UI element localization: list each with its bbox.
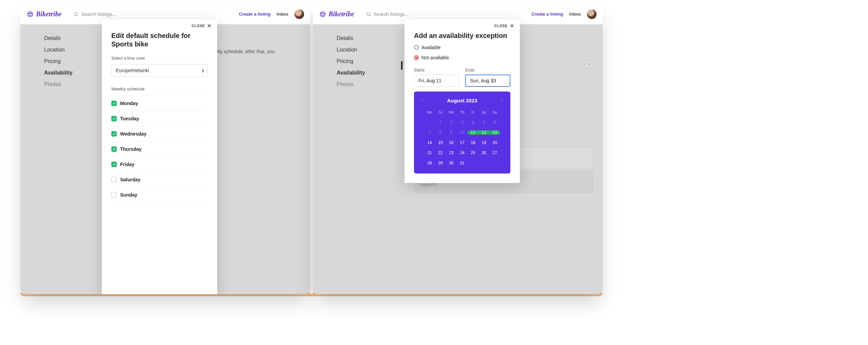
next-button[interactable]: › [585, 60, 593, 68]
calendar-day[interactable]: 5 [478, 120, 489, 125]
day-row-wednesday[interactable]: Wednesday [111, 126, 208, 142]
svg-point-3 [74, 12, 77, 15]
day-row-monday[interactable]: Monday [111, 96, 208, 111]
starts-value: Fri, Aug 11 [418, 78, 441, 83]
calendar-day[interactable]: 22 [435, 150, 446, 155]
calendar-day[interactable]: 15 [435, 140, 446, 145]
close-button[interactable]: CLOSE ✕ [192, 23, 212, 29]
create-listing-link[interactable]: Create a listing [239, 12, 270, 17]
sidebar-item-photos[interactable]: Photos [337, 81, 365, 87]
option-label: Available [421, 45, 441, 50]
calendar-day[interactable]: 6 [489, 120, 500, 125]
brand[interactable]: Biketribe [319, 10, 354, 18]
calendar-day[interactable]: 27 [489, 150, 500, 155]
day-label: Saturday [120, 177, 140, 182]
calendar: ‹ August 2023 › MoTuWeThFrSaSu1234567891… [414, 92, 510, 174]
sidebar-item-availability[interactable]: Availability [337, 70, 365, 76]
weekly-schedule-label: Weekly schedule [111, 86, 208, 92]
option-label: Not available [421, 55, 449, 60]
brand-icon [319, 11, 326, 18]
calendar-day[interactable]: 29 [435, 161, 446, 165]
sidebar-item-availability[interactable]: Availability [44, 70, 73, 76]
day-row-sunday[interactable]: Sunday [111, 187, 208, 203]
header-right: Create a listing Inbox [239, 9, 304, 19]
sidebar-item-location[interactable]: Location [44, 47, 73, 53]
sidebar-item-details[interactable]: Details [44, 35, 73, 41]
timezone-select[interactable]: Europe/Helsinki ▴▾ [111, 64, 208, 77]
calendar-next-button[interactable]: › [501, 97, 503, 103]
brand-name: Biketribe [328, 10, 354, 18]
radio-icon [414, 55, 419, 60]
day-row-friday[interactable]: Friday [111, 157, 208, 172]
ends-field: Ends Sun, Aug 13 [465, 68, 510, 87]
ends-value-pre: Sun, Aug 1 [470, 78, 493, 83]
brand[interactable]: Biketribe [26, 10, 62, 18]
starts-field: Starts Fri, Aug 11 [414, 68, 459, 87]
calendar-day[interactable]: 17 [457, 140, 468, 145]
sidebar-item-pricing[interactable]: Pricing [337, 58, 365, 64]
option-not-available[interactable]: Not available [414, 55, 510, 60]
brand-icon [26, 11, 34, 18]
sidebar-item-details[interactable]: Details [337, 35, 365, 41]
avatar[interactable] [587, 9, 597, 19]
calendar-day[interactable]: 10 [457, 130, 468, 135]
close-button[interactable]: CLOSE ✕ [494, 23, 514, 29]
calendar-day[interactable]: 11 [468, 130, 478, 135]
inbox-link[interactable]: Inbox [277, 12, 288, 17]
calendar-day[interactable]: 30 [446, 161, 457, 165]
calendar-day[interactable]: 19 [478, 140, 489, 145]
chevron-right-icon: › [588, 61, 590, 67]
checkbox-icon [111, 131, 117, 137]
svg-point-2 [31, 13, 32, 14]
calendar-day[interactable]: 12 [478, 130, 489, 135]
sidebar-item-location[interactable]: Location [337, 47, 365, 53]
calendar-day[interactable]: 16 [446, 140, 457, 145]
calendar-day[interactable]: 25 [468, 150, 478, 155]
search-input[interactable]: Search listings... [73, 12, 236, 17]
ends-input[interactable]: Sun, Aug 13 [465, 75, 510, 87]
day-row-saturday[interactable]: Saturday [111, 172, 208, 187]
sidebar-item-pricing[interactable]: Pricing [44, 58, 73, 64]
calendar-day[interactable]: 3 [457, 120, 468, 125]
calendar-day[interactable]: 26 [478, 150, 489, 155]
option-available[interactable]: Available [414, 45, 510, 50]
search-input[interactable]: Search listings... [366, 12, 528, 17]
sidebar: DetailsLocationPricingAvailabilityPhotos [337, 35, 365, 87]
starts-input[interactable]: Fri, Aug 11 [414, 75, 459, 87]
calendar-day[interactable]: 4 [468, 120, 478, 125]
calendar-header: ‹ August 2023 › [421, 96, 503, 104]
ends-value-post: 3 [494, 78, 496, 83]
calendar-day[interactable]: 7 [424, 130, 435, 135]
calendar-day[interactable]: 18 [468, 140, 478, 145]
calendar-day[interactable]: 14 [424, 140, 435, 145]
create-listing-link[interactable]: Create a listing [531, 12, 563, 17]
modal-title: Edit default schedule for Sports bike [111, 32, 208, 48]
calendar-day[interactable]: 20 [489, 140, 500, 145]
day-row-tuesday[interactable]: Tuesday [111, 111, 208, 126]
day-row-thursday[interactable]: Thursday [111, 142, 208, 157]
canvas: Biketribe Search listings... Create a li… [0, 0, 868, 345]
calendar-day[interactable]: 2 [446, 120, 457, 125]
close-icon: ✕ [207, 23, 212, 29]
timezone-label: Select a time zone [111, 56, 208, 61]
calendar-day[interactable]: 9 [446, 130, 457, 135]
calendar-day[interactable]: 28 [424, 161, 435, 165]
calendar-day[interactable]: 8 [435, 130, 446, 135]
calendar-day[interactable]: 13 [489, 130, 500, 135]
calendar-day[interactable]: 1 [435, 120, 446, 125]
calendar-day[interactable]: 23 [446, 150, 457, 155]
day-date: August 5 [420, 182, 440, 187]
calendar-day[interactable]: 24 [457, 150, 468, 155]
sidebar-item-photos[interactable]: Photos [44, 81, 73, 87]
checkbox-icon [111, 101, 117, 106]
calendar-prev-button[interactable]: ‹ [421, 97, 423, 103]
brand-name: Biketribe [36, 10, 62, 18]
checkbox-icon [111, 177, 117, 182]
avatar[interactable] [295, 9, 304, 19]
modal-title: Add an availability exception [414, 32, 510, 40]
date-range-row: Starts Fri, Aug 11 Ends Sun, Aug 13 [414, 68, 510, 87]
calendar-day[interactable]: 31 [457, 161, 468, 165]
calendar-day[interactable]: 21 [424, 150, 435, 155]
inbox-link[interactable]: Inbox [569, 12, 581, 17]
day-label: Friday [120, 162, 134, 167]
